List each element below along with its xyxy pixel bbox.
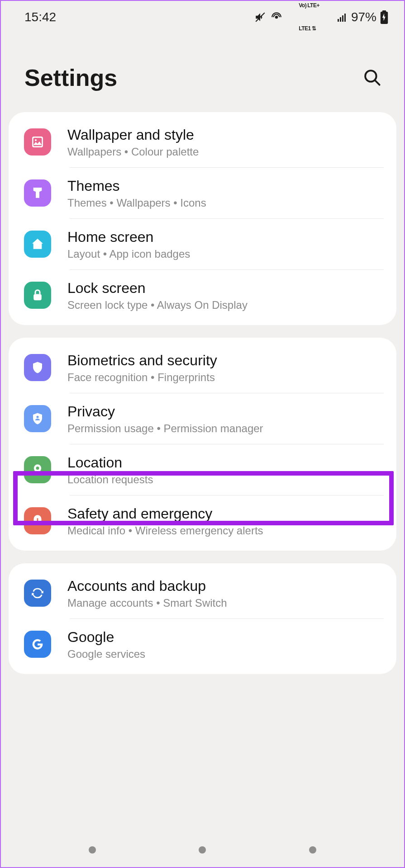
- page-title: Settings: [24, 64, 117, 91]
- settings-group: Biometrics and security Face recognition…: [9, 338, 396, 551]
- item-title: Privacy: [67, 402, 384, 420]
- settings-item-safety[interactable]: Safety and emergency Medical info • Wire…: [9, 495, 396, 546]
- item-subtitle: Face recognition • Fingerprints: [67, 371, 384, 384]
- settings-item-lock-screen[interactable]: Lock screen Screen lock type • Always On…: [9, 270, 396, 321]
- svg-rect-17: [37, 523, 38, 524]
- svg-point-1: [275, 16, 278, 19]
- item-subtitle: Screen lock type • Always On Display: [67, 299, 384, 311]
- home-icon: [24, 231, 51, 258]
- item-title: Safety and emergency: [67, 505, 384, 523]
- battery-charging-icon: [380, 10, 388, 24]
- google-icon: [24, 631, 51, 658]
- settings-item-home-screen[interactable]: Home screen Layout • App icon badges: [9, 219, 396, 269]
- item-subtitle: Medical info • Wireless emergency alerts: [67, 524, 384, 537]
- settings-item-biometrics[interactable]: Biometrics and security Face recognition…: [9, 342, 396, 393]
- navigation-bar: [1, 841, 404, 859]
- themes-icon: [24, 179, 51, 207]
- item-subtitle: Google services: [67, 648, 384, 660]
- item-title: Wallpaper and style: [67, 126, 384, 144]
- settings-item-themes[interactable]: Themes Themes • Wallpapers • Icons: [9, 168, 396, 218]
- item-subtitle: Themes • Wallpapers • Icons: [67, 197, 384, 209]
- settings-item-wallpaper[interactable]: Wallpaper and style Wallpapers • Colour …: [9, 117, 396, 167]
- item-subtitle: Permission usage • Permission manager: [67, 422, 384, 435]
- svg-point-12: [35, 139, 37, 141]
- svg-point-15: [36, 467, 39, 470]
- item-title: Accounts and backup: [67, 577, 384, 595]
- item-subtitle: Manage accounts • Smart Switch: [67, 597, 384, 609]
- svg-rect-7: [382, 10, 386, 12]
- nav-back-button[interactable]: [309, 846, 316, 854]
- svg-rect-4: [342, 15, 343, 22]
- network-type-icon: Vo)LTE+ LTE1⇅: [287, 0, 332, 40]
- status-bar: 15:42 Vo)LTE+ LTE1⇅ 97%: [1, 1, 404, 33]
- settings-item-privacy[interactable]: Privacy Permission usage • Permission ma…: [9, 393, 396, 444]
- item-title: Google: [67, 628, 384, 646]
- settings-item-accounts[interactable]: Accounts and backup Manage accounts • Sm…: [9, 568, 396, 618]
- svg-rect-2: [338, 19, 339, 22]
- item-subtitle: Location requests: [67, 473, 384, 486]
- svg-rect-3: [340, 17, 341, 22]
- status-right: Vo)LTE+ LTE1⇅ 97%: [254, 0, 388, 40]
- hotspot-icon: [271, 11, 282, 23]
- settings-group: Accounts and backup Manage accounts • Sm…: [9, 563, 396, 674]
- svg-line-9: [375, 80, 380, 85]
- svg-rect-5: [344, 14, 346, 22]
- privacy-shield-icon: [24, 405, 51, 432]
- svg-rect-13: [33, 294, 42, 301]
- item-title: Location: [67, 453, 384, 472]
- item-title: Lock screen: [67, 279, 384, 297]
- emergency-icon: [24, 507, 51, 534]
- svg-point-14: [37, 416, 39, 418]
- status-time: 15:42: [24, 10, 56, 24]
- wallpaper-icon: [24, 128, 51, 156]
- signal-icon: [337, 12, 348, 23]
- item-subtitle: Wallpapers • Colour palette: [67, 146, 384, 158]
- search-icon: [362, 68, 381, 87]
- location-pin-icon: [24, 456, 51, 483]
- item-title: Biometrics and security: [67, 351, 384, 369]
- item-title: Themes: [67, 177, 384, 195]
- nav-home-button[interactable]: [199, 846, 206, 854]
- svg-rect-16: [37, 518, 38, 521]
- settings-group: Wallpaper and style Wallpapers • Colour …: [9, 112, 396, 325]
- battery-percent: 97%: [351, 10, 376, 24]
- item-subtitle: Layout • App icon badges: [67, 248, 384, 260]
- lock-icon: [24, 282, 51, 309]
- mute-icon: [254, 11, 266, 23]
- nav-recents-button[interactable]: [89, 846, 96, 854]
- shield-icon: [24, 354, 51, 381]
- sync-icon: [24, 580, 51, 607]
- search-button[interactable]: [361, 66, 383, 90]
- settings-item-location[interactable]: Location Location requests: [9, 444, 396, 495]
- item-title: Home screen: [67, 228, 384, 246]
- header: Settings: [1, 33, 404, 112]
- settings-item-google[interactable]: Google Google services: [9, 619, 396, 670]
